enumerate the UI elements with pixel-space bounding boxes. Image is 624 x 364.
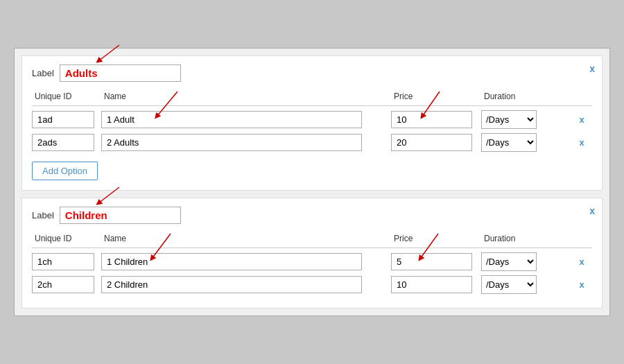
- children-row1-uid[interactable]: [32, 253, 94, 270]
- children-row-2: /Days/Hours/Months x: [32, 275, 592, 294]
- adults-row2-uid[interactable]: [32, 134, 94, 151]
- col-actions-2: [571, 232, 592, 245]
- section-adults: Label Unique ID Name Price Duration: [21, 55, 603, 191]
- children-row2-uid[interactable]: [32, 276, 94, 293]
- adults-row2-duration[interactable]: /Days/Hours/Months: [481, 133, 537, 152]
- col-actions-1: [571, 90, 592, 103]
- children-row2-duration[interactable]: /Days/Hours/Months: [481, 275, 537, 294]
- adults-row-2: /Days/Hours/Months x: [32, 133, 592, 152]
- adults-row2-price[interactable]: [391, 134, 472, 151]
- section-children-header: Label: [32, 207, 592, 224]
- add-option-adults-button[interactable]: Add Option: [32, 162, 98, 180]
- adults-row-1: /Days/Hours/Months x: [32, 110, 592, 129]
- col-duration-1: Duration: [481, 90, 571, 103]
- adults-label-text: Label: [32, 68, 54, 78]
- section-children: Label Unique ID Name Price Duration: [21, 198, 603, 309]
- col-duration-2: Duration: [481, 232, 571, 245]
- adults-row1-duration[interactable]: /Days/Hours/Months: [481, 110, 537, 129]
- children-section-close[interactable]: x: [589, 205, 595, 216]
- adults-row1-name[interactable]: [101, 111, 362, 128]
- adults-label-input[interactable]: [60, 64, 181, 82]
- section-adults-header: Label: [32, 64, 592, 82]
- adults-row2-close[interactable]: x: [571, 137, 592, 148]
- col-uid-1: Unique ID: [32, 90, 101, 103]
- children-label-text: Label: [32, 210, 54, 220]
- col-price-2: Price: [391, 232, 481, 245]
- svg-line-0: [98, 45, 119, 61]
- children-row1-price[interactable]: [391, 253, 472, 270]
- children-row1-close[interactable]: x: [571, 257, 592, 267]
- children-row2-name[interactable]: [101, 276, 362, 293]
- col-uid-2: Unique ID: [32, 232, 101, 245]
- children-row1-duration[interactable]: /Days/Hours/Months: [481, 252, 537, 271]
- children-row1-name[interactable]: [101, 253, 362, 270]
- children-row-1: /Days/Hours/Months x: [32, 252, 592, 271]
- children-label-input[interactable]: [60, 207, 181, 224]
- adults-section-close[interactable]: x: [589, 63, 595, 74]
- children-table-header: Unique ID Name Price Duration: [32, 232, 592, 248]
- adults-row1-close[interactable]: x: [571, 114, 592, 125]
- col-price-1: Price: [391, 90, 481, 103]
- main-container: Label Unique ID Name Price Duration: [14, 48, 610, 316]
- children-row2-price[interactable]: [391, 276, 472, 293]
- children-row2-close[interactable]: x: [571, 279, 592, 290]
- adults-row2-name[interactable]: [101, 134, 362, 151]
- adults-row1-uid[interactable]: [32, 111, 94, 128]
- col-name-1: Name: [101, 90, 391, 103]
- col-name-2: Name: [101, 232, 391, 245]
- adults-table-header: Unique ID Name Price Duration: [32, 90, 592, 106]
- adults-row1-price[interactable]: [391, 111, 472, 128]
